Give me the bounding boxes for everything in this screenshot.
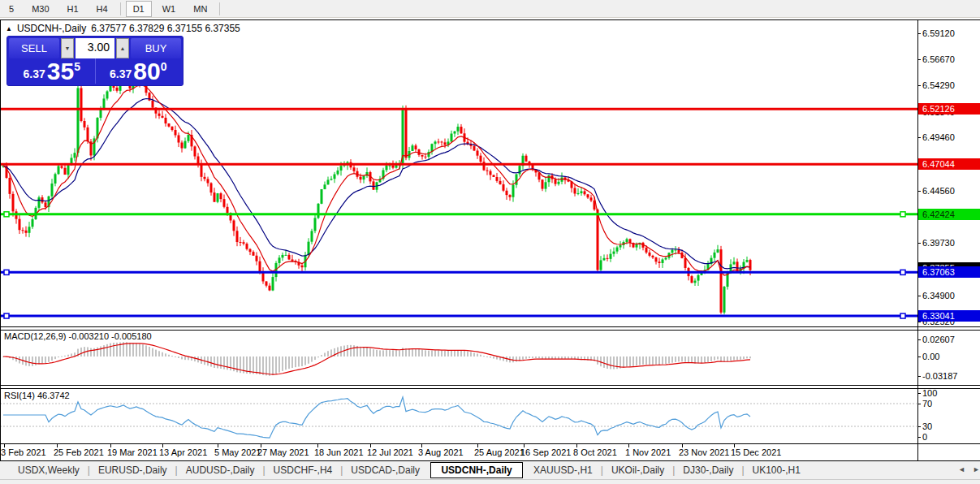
timeframe-button-H1[interactable]: H1 bbox=[60, 1, 86, 17]
main-panel-bottom-border bbox=[0, 326, 980, 327]
price-level-label[interactable]: 6.42424 bbox=[918, 209, 980, 220]
timeframe-toolbar: 5M30H1H4D1W1MN bbox=[0, 0, 980, 18]
sell-button[interactable]: SELL bbox=[9, 38, 59, 58]
date-axis-label: 25 Aug 2021 bbox=[474, 447, 525, 457]
price-axis-tick: 6.49460 bbox=[922, 132, 979, 143]
chart-ohlc-values: 6.37577 6.37829 6.37155 6.37355 bbox=[91, 23, 240, 34]
buy-button[interactable]: BUY bbox=[131, 38, 181, 58]
rsi-axis-tick-mark bbox=[917, 426, 921, 427]
toolbar-separator bbox=[219, 2, 220, 15]
tab-scroll-right-icon[interactable]: ► bbox=[973, 465, 980, 473]
chart-tab-AUDUSD-Daily[interactable]: AUDUSD-,Daily bbox=[178, 462, 263, 478]
timeframe-button-W1[interactable]: W1 bbox=[155, 1, 183, 17]
rsi-axis-tick: 30 bbox=[922, 421, 979, 432]
sell-price-prefix: 6.37 bbox=[24, 65, 45, 83]
price-level-label[interactable]: 6.33041 bbox=[918, 310, 980, 322]
price-axis-tick-mark bbox=[917, 296, 921, 296]
sell-price-pipette: 5 bbox=[74, 60, 80, 73]
date-axis-label: 25 Feb 2021 bbox=[54, 447, 104, 457]
price-axis-tick: 6.56670 bbox=[922, 54, 979, 65]
rsi-axis-tick: 100 bbox=[922, 388, 979, 399]
rsi-axis-tick: 0 bbox=[922, 432, 979, 443]
price-axis-tick: 6.54290 bbox=[922, 80, 979, 91]
buy-price-big-digits: 80 bbox=[133, 60, 160, 83]
macd-axis-tick-mark bbox=[917, 339, 921, 340]
price-axis-tick-mark bbox=[917, 85, 921, 86]
timeframe-button-5[interactable]: 5 bbox=[2, 1, 21, 17]
spin-down-icon: ▼ bbox=[65, 45, 71, 51]
macd-axis-tick-mark bbox=[917, 357, 921, 357]
date-axis-label: 12 Jul 2021 bbox=[367, 447, 413, 457]
date-axis-label: 5 May 2021 bbox=[214, 447, 261, 457]
spin-up-icon: ▲ bbox=[120, 45, 126, 51]
chart-tab-XAUUSD-H1[interactable]: XAUUSD-,H1 bbox=[525, 462, 601, 478]
price-axis-tick-mark bbox=[917, 191, 921, 192]
date-axis-label: 18 Jun 2021 bbox=[314, 447, 364, 457]
timeframe-button-MN[interactable]: MN bbox=[186, 1, 214, 17]
macd-panel-bottom-border bbox=[0, 385, 980, 386]
price-axis-tick-mark bbox=[917, 33, 921, 34]
chart-tab-UK100-H1[interactable]: UK100-,H1 bbox=[745, 462, 809, 478]
date-axis-label: 23 Nov 2021 bbox=[679, 447, 729, 457]
volume-increase-button[interactable]: ▲ bbox=[116, 38, 129, 58]
chart-tab-EURUSD-Daily[interactable]: EURUSD-,Daily bbox=[90, 462, 175, 478]
date-axis-label: 13 Apr 2021 bbox=[159, 447, 207, 457]
date-axis-label: 16 Sep 2021 bbox=[520, 447, 571, 457]
macd-indicator-label: MACD(12,26,9) -0.003210 -0.005180 bbox=[4, 331, 152, 341]
macd-axis-tick: -0.03187 bbox=[922, 371, 979, 382]
date-axis-label: 1 Nov 2021 bbox=[625, 447, 671, 457]
price-axis-tick: 6.39730 bbox=[922, 238, 979, 248]
price-level-label[interactable]: 6.47044 bbox=[918, 158, 980, 170]
date-axis-label: 19 Mar 2021 bbox=[107, 447, 158, 457]
rsi-panel-top-border bbox=[0, 388, 980, 389]
price-axis-tick-mark bbox=[917, 59, 921, 60]
macd-axis-tick: 0.00 bbox=[922, 352, 979, 362]
chart-window-top-border bbox=[0, 19, 980, 20]
timeframe-button-M30[interactable]: M30 bbox=[24, 1, 56, 17]
price-axis-tick-mark bbox=[917, 243, 921, 244]
date-axis-label: 27 May 2021 bbox=[257, 447, 309, 457]
rsi-axis-tick-mark bbox=[917, 393, 921, 394]
timeframe-button-H4[interactable]: H4 bbox=[89, 1, 115, 17]
date-axis-label: 3 Aug 2021 bbox=[418, 447, 464, 457]
buy-price-prefix: 6.37 bbox=[110, 65, 132, 83]
chart-tab-USDCAD-Daily[interactable]: USDCAD-,Daily bbox=[343, 462, 428, 478]
volume-decrease-button[interactable]: ▼ bbox=[61, 38, 74, 58]
price-level-label[interactable]: 6.52126 bbox=[918, 103, 980, 115]
chart-tab-USDCNH-Daily[interactable]: USDCNH-,Daily bbox=[430, 462, 522, 478]
price-axis-tick-mark bbox=[917, 137, 921, 138]
rsi-panel-bottom-border bbox=[0, 443, 980, 444]
price-axis-tick: 6.59120 bbox=[922, 28, 979, 39]
chart-tab-UKOil-Daily[interactable]: UKOil-,Daily bbox=[603, 462, 672, 478]
volume-input[interactable]: 3.00 bbox=[76, 38, 114, 58]
rsi-axis-tick-mark bbox=[917, 437, 921, 438]
chart-tab-USDCHF-H4[interactable]: USDCHF-,H4 bbox=[266, 462, 341, 478]
macd-axis-tick-mark bbox=[917, 376, 921, 377]
symbol-tab-bar: USDX,Weekly|EURUSD-,Daily|AUDUSD-,Daily|… bbox=[0, 461, 980, 479]
one-click-trade-panel: SELL ▼ 3.00 ▲ BUY 6.37 35 5 6.37 80 0 bbox=[6, 36, 183, 86]
price-axis-tick: 6.34900 bbox=[922, 291, 979, 301]
rsi-axis-tick-mark bbox=[917, 404, 921, 404]
chart-title: ▲ USDCNH-,Daily 6.37577 6.37829 6.37155 … bbox=[6, 23, 240, 34]
toolbar-separator bbox=[120, 2, 121, 15]
macd-axis-tick: 0.02607 bbox=[922, 335, 979, 345]
rsi-axis-tick: 70 bbox=[922, 399, 979, 409]
price-axis-tick: 6.44560 bbox=[922, 186, 979, 197]
chart-window-left-border bbox=[0, 19, 1, 460]
rsi-indicator-label: RSI(14) 46.3742 bbox=[4, 391, 70, 400]
timeframe-button-D1[interactable]: D1 bbox=[126, 1, 152, 17]
chart-tab-DJ30-Daily[interactable]: DJ30-,Daily bbox=[675, 462, 741, 478]
chart-symbol-period: USDCNH-,Daily bbox=[17, 23, 86, 34]
date-axis-label: 8 Oct 2021 bbox=[573, 447, 617, 457]
date-axis-label: 15 Dec 2021 bbox=[731, 447, 781, 457]
buy-price-quote[interactable]: 6.37 80 0 bbox=[96, 58, 182, 84]
sell-price-quote[interactable]: 6.37 35 5 bbox=[9, 58, 96, 84]
date-axis-label: 3 Feb 2021 bbox=[1, 447, 46, 457]
macd-panel-top-border bbox=[0, 330, 980, 331]
chart-tab-USDX-Weekly[interactable]: USDX,Weekly bbox=[10, 462, 88, 478]
price-level-label[interactable]: 6.37063 bbox=[918, 266, 980, 278]
tab-scroll-left-icon[interactable]: ◄ bbox=[958, 465, 965, 473]
sell-price-big-digits: 35 bbox=[47, 60, 74, 83]
buy-price-pipette: 0 bbox=[161, 60, 167, 73]
collapse-triangle-icon[interactable]: ▲ bbox=[6, 25, 12, 32]
